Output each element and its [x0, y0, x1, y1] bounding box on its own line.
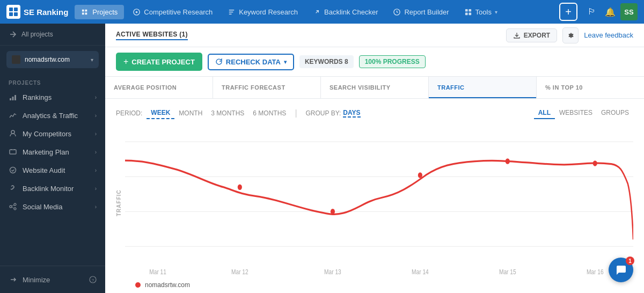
tab-traffic-label: TRAFFIC	[437, 84, 465, 91]
keywords-badge: KEYWORDS 8	[299, 55, 354, 68]
bell-icon[interactable]: 🔔	[602, 4, 618, 20]
flag-icon[interactable]: 🏳	[584, 4, 600, 20]
period-label: PERIOD:	[116, 109, 142, 117]
nav-backlink-checker[interactable]: Backlink Checker	[306, 5, 384, 19]
sidebar-rankings-label: Rankings	[23, 93, 90, 101]
svg-rect-12	[12, 97, 14, 100]
sidebar-section-label: PROJECTS	[0, 74, 105, 88]
help-icon[interactable]: ?	[89, 276, 97, 283]
chart-line	[125, 160, 633, 239]
svg-point-15	[10, 167, 16, 173]
content-header: ACTIVE WEBSITES (1) EXPORT Leave feedbac…	[105, 24, 644, 47]
nav-tools-label: Tools	[475, 8, 492, 16]
tab-avg-pos-label: AVERAGE POSITION	[114, 84, 177, 91]
sidebar-item-competitors[interactable]: My Competitors ›	[0, 124, 105, 143]
view-groups[interactable]: GROUPS	[597, 107, 633, 119]
tab-average-position[interactable]: AVERAGE POSITION	[105, 77, 213, 98]
tab-traffic[interactable]: TRAFFIC	[429, 77, 537, 98]
nav-keyword-research[interactable]: Keyword Research	[221, 5, 304, 19]
tab-search-visibility-label: SEARCH VISIBILITY	[330, 84, 391, 91]
sidebar-social-label: Social Media	[23, 203, 90, 211]
settings-button[interactable]	[562, 27, 579, 43]
period-month[interactable]: MONTH	[174, 108, 207, 119]
gear-icon	[567, 32, 574, 39]
export-button[interactable]: EXPORT	[506, 28, 557, 42]
sidebar-item-rankings[interactable]: Rankings ›	[0, 88, 105, 106]
tab-top10-label: % IN TOP 10	[545, 84, 583, 91]
period-6months[interactable]: 6 MONTHS	[248, 108, 290, 119]
all-projects-link[interactable]: All projects	[0, 24, 105, 46]
export-label: EXPORT	[524, 32, 550, 39]
recheck-data-button[interactable]: RECHECK DATA ▾	[208, 54, 294, 70]
view-all[interactable]: ALL	[534, 107, 555, 119]
sidebar-item-marketing[interactable]: Marketing Plan ›	[0, 143, 105, 161]
domain-selector[interactable]: nomadsrtw.com ▾	[6, 51, 99, 68]
chart-controls: PERIOD: WEEK MONTH 3 MONTHS 6 MONTHS | G…	[116, 107, 633, 119]
groupby-days[interactable]: DAYS	[343, 109, 360, 118]
nav-report-label: Report Builder	[404, 8, 449, 16]
all-projects-label: All projects	[21, 31, 53, 38]
chart-legend: nomadsrtw.com	[116, 278, 633, 289]
svg-text:Mar 13: Mar 13	[324, 268, 341, 275]
sidebar-item-social[interactable]: Social Media ›	[0, 197, 105, 216]
recheck-icon	[215, 58, 223, 65]
nav-projects-label: Projects	[92, 8, 118, 16]
chart-point	[238, 184, 242, 189]
tab-top10[interactable]: % IN TOP 10	[537, 77, 644, 98]
sidebar-competitors-label: My Competitors	[23, 130, 90, 138]
toolbar: + CREATE PROJECT RECHECK DATA ▾ KEYWORDS…	[105, 47, 644, 77]
svg-point-16	[10, 206, 12, 208]
sidebar-audit-label: Website Audit	[23, 166, 90, 174]
audit-chevron-icon: ›	[95, 167, 97, 173]
chart-point	[418, 172, 422, 178]
analytics-chevron-icon: ›	[95, 113, 97, 119]
marketing-chevron-icon: ›	[95, 149, 97, 155]
minimize-label: Minimize	[23, 276, 50, 284]
keywords-count: 8	[345, 58, 348, 65]
sidebar: All projects nomadsrtw.com ▾ PROJECTS Ra…	[0, 24, 105, 293]
legend-label: nomadsrtw.com	[145, 281, 190, 289]
leave-feedback-link[interactable]: Leave feedback	[584, 31, 633, 39]
nav-competitive-label: Competitive Research	[144, 8, 213, 16]
user-avatar[interactable]: SS	[620, 3, 638, 20]
logo-icon	[6, 5, 20, 19]
domain-name: nomadsrtw.com	[25, 56, 86, 63]
chart-point	[506, 158, 510, 164]
nav-backlink-label: Backlink Checker	[324, 8, 378, 16]
create-project-button[interactable]: + CREATE PROJECT	[116, 53, 202, 71]
domain-chevron-icon: ▾	[91, 57, 93, 63]
nav-keyword-label: Keyword Research	[239, 8, 298, 16]
nav-competitive-research[interactable]: Competitive Research	[126, 5, 219, 19]
sidebar-backlink-label: Backlink Monitor	[23, 185, 90, 193]
add-button[interactable]: +	[559, 3, 577, 21]
sidebar-item-audit[interactable]: Website Audit ›	[0, 161, 105, 179]
app-logo[interactable]: SE Ranking	[6, 5, 68, 19]
svg-text:Mar 11: Mar 11	[149, 268, 166, 275]
chart-area: 100 80 60 40 Mar 11 Mar 12 Mar 13 Mar 14…	[125, 128, 633, 278]
top-navigation: SE Ranking Projects Competitive Research…	[0, 0, 644, 24]
period-week[interactable]: WEEK	[147, 107, 174, 119]
svg-rect-14	[10, 150, 16, 154]
svg-rect-10	[469, 12, 471, 15]
svg-text:Mar 12: Mar 12	[231, 268, 248, 275]
chat-button[interactable]: 1	[609, 258, 633, 282]
period-divider: |	[295, 108, 297, 118]
tab-traffic-forecast[interactable]: TRAFFIC FORECAST	[213, 77, 321, 98]
minimize-button[interactable]: Minimize ?	[0, 270, 105, 289]
sidebar-item-analytics[interactable]: Analytics & Traffic ›	[0, 106, 105, 124]
svg-rect-7	[465, 9, 467, 11]
nav-projects[interactable]: Projects	[75, 5, 124, 19]
svg-rect-13	[14, 95, 16, 100]
svg-rect-1	[14, 8, 18, 11]
sidebar-item-backlink-monitor[interactable]: Backlink Monitor ›	[0, 179, 105, 197]
nav-tools[interactable]: Tools ▾	[458, 5, 504, 19]
period-3months[interactable]: 3 MONTHS	[207, 108, 248, 119]
tab-search-visibility[interactable]: SEARCH VISIBILITY	[321, 77, 429, 98]
chart-y-axis-label: TRAFFIC	[116, 128, 122, 278]
chat-icon	[615, 264, 627, 276]
chart-point	[593, 160, 597, 166]
tab-traffic-forecast-label: TRAFFIC FORECAST	[222, 84, 286, 91]
view-websites[interactable]: WEBSITES	[555, 107, 597, 119]
nav-report-builder[interactable]: Report Builder	[386, 5, 455, 19]
svg-point-17	[14, 203, 16, 206]
